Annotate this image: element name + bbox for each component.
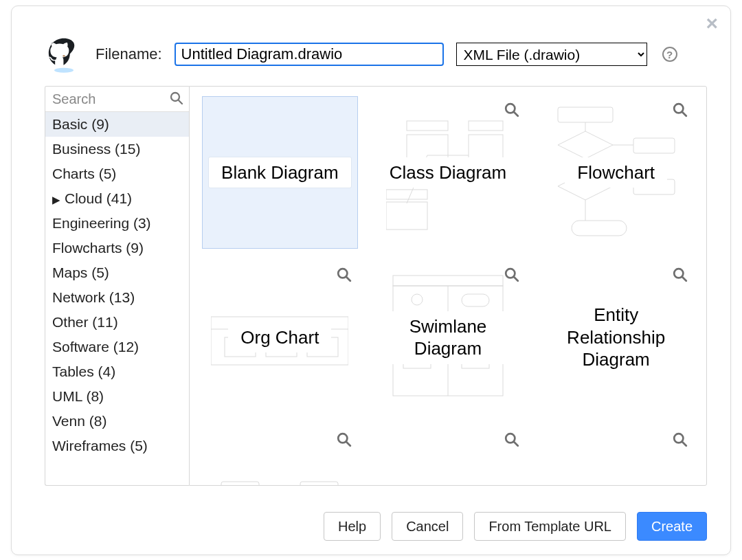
svg-point-42: [412, 294, 423, 305]
svg-rect-13: [386, 202, 427, 229]
template-tile[interactable]: Class Diagram: [370, 96, 526, 249]
category-item[interactable]: Basic (9): [45, 112, 189, 137]
search-input[interactable]: [45, 87, 189, 111]
template-tile[interactable]: Entity Relationship Diagram: [538, 261, 694, 414]
svg-rect-9: [469, 121, 503, 131]
dialog-header: Filename: XML File (.drawio) ?: [12, 6, 730, 80]
category-item[interactable]: ▶Cloud (41): [45, 186, 189, 211]
category-item[interactable]: Other (11): [45, 310, 189, 335]
svg-line-5: [179, 100, 182, 104]
template-tile[interactable]: Sequence: [202, 426, 358, 485]
category-label: Charts (5): [52, 166, 116, 181]
template-label: Blank Diagram: [209, 157, 351, 188]
category-label: Wireframes (5): [52, 438, 148, 453]
template-label: Org Chart: [228, 322, 331, 353]
svg-rect-54: [300, 482, 338, 485]
category-item[interactable]: Wireframes (5): [45, 434, 189, 458]
category-item[interactable]: Venn (8): [45, 409, 189, 434]
template-label: Class Diagram: [377, 157, 519, 188]
category-label: Basic (9): [52, 116, 109, 132]
svg-rect-12: [386, 190, 427, 199]
category-item[interactable]: Business (15): [45, 137, 189, 161]
category-item[interactable]: Network (13): [45, 285, 189, 310]
svg-point-0: [54, 68, 74, 73]
category-label: Maps (5): [52, 265, 109, 280]
category-label: Other (11): [52, 314, 118, 330]
category-item[interactable]: Software (12): [45, 335, 189, 359]
template-label: Swimlane Diagram: [371, 311, 526, 364]
category-label: UML (8): [52, 388, 104, 404]
format-help-icon[interactable]: ?: [662, 47, 677, 62]
category-label: Business (15): [52, 141, 140, 157]
file-format-select[interactable]: XML File (.drawio): [456, 43, 647, 66]
template-tile[interactable]: Simple: [370, 426, 526, 485]
category-item[interactable]: Charts (5): [45, 161, 189, 186]
category-item[interactable]: Flowcharts (9): [45, 236, 189, 260]
svg-point-2: [66, 52, 68, 54]
category-label: Tables (4): [52, 363, 115, 379]
category-label: Flowcharts (9): [52, 240, 144, 256]
template-grid[interactable]: Blank Diagram Class Diagram Flowchart Or…: [190, 87, 706, 485]
filename-input[interactable]: [175, 43, 444, 66]
template-tile[interactable]: Flowchart: [538, 96, 694, 249]
svg-rect-23: [572, 221, 627, 236]
template-panel: Blank Diagram Class Diagram Flowchart Or…: [189, 86, 707, 486]
svg-rect-38: [393, 276, 503, 286]
svg-rect-53: [221, 482, 259, 485]
template-label: Flowchart: [565, 157, 667, 188]
template-preview: [371, 427, 526, 485]
close-icon[interactable]: ×: [706, 13, 718, 34]
expand-icon[interactable]: ▶: [52, 194, 65, 206]
category-item[interactable]: Maps (5): [45, 260, 189, 285]
new-diagram-dialog: × Filename: XML File (.drawio) ? Basi: [11, 5, 731, 555]
github-octocat-icon: [45, 35, 83, 74]
svg-point-3: [63, 55, 65, 56]
svg-point-1: [60, 52, 62, 54]
category-item[interactable]: Tables (4): [45, 359, 189, 384]
svg-rect-18: [558, 107, 613, 122]
category-label: Software (12): [52, 339, 139, 355]
template-tile[interactable]: Swimlane Diagram: [370, 261, 526, 414]
template-tile[interactable]: Org Chart: [202, 261, 358, 414]
category-label: Engineering (3): [52, 215, 151, 231]
svg-rect-20: [633, 138, 675, 153]
template-preview: [203, 427, 357, 485]
template-tile[interactable]: Cross-: [538, 426, 694, 485]
category-item[interactable]: Engineering (3): [45, 211, 189, 236]
cancel-button[interactable]: Cancel: [392, 512, 463, 541]
template-label: Entity Relationship Diagram: [539, 300, 693, 375]
svg-rect-8: [407, 121, 448, 131]
svg-rect-43: [462, 294, 489, 306]
from-template-url-button[interactable]: From Template URL: [474, 512, 626, 541]
dialog-footer: Help Cancel From Template URL Create: [324, 512, 707, 541]
category-label: Cloud (41): [65, 190, 132, 206]
search-icon[interactable]: [170, 91, 183, 108]
create-button[interactable]: Create: [637, 512, 707, 541]
category-label: Venn (8): [52, 413, 106, 429]
category-list[interactable]: Basic (9)Business (15)Charts (5)▶Cloud (…: [45, 112, 189, 485]
category-label: Network (13): [52, 289, 135, 305]
category-item[interactable]: UML (8): [45, 384, 189, 409]
help-button[interactable]: Help: [324, 512, 381, 541]
category-sidebar: Basic (9)Business (15)Charts (5)▶Cloud (…: [45, 86, 189, 486]
svg-marker-19: [558, 131, 613, 159]
filename-label: Filename:: [95, 45, 162, 63]
template-preview: [539, 427, 693, 485]
template-tile[interactable]: Blank Diagram: [202, 96, 358, 249]
